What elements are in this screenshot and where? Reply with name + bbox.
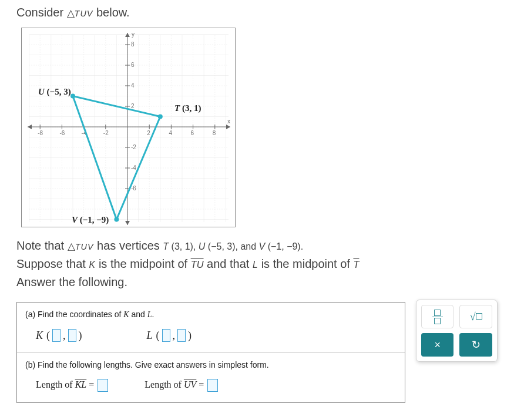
answer-form: (a) Find the coordinates of K and L. K (… xyxy=(16,302,405,403)
segment-TV: T xyxy=(353,259,359,270)
intro-text: Consider △TUV below. xyxy=(16,6,498,19)
length-KL: Length of KL = xyxy=(36,379,109,392)
point-label-T: T (3, 1) xyxy=(174,103,201,113)
problem-text: Note that △TUV has vertices T (3, 1), U … xyxy=(16,237,498,291)
svg-point-77 xyxy=(114,217,119,222)
triangle-label: TUV xyxy=(75,9,93,18)
svg-text:-8: -8 xyxy=(38,130,43,136)
svg-text:4: 4 xyxy=(169,130,172,136)
svg-text:2: 2 xyxy=(131,103,135,109)
close-icon: × xyxy=(434,339,441,351)
svg-text:6: 6 xyxy=(131,62,135,68)
svg-marker-58 xyxy=(125,221,130,225)
svg-marker-55 xyxy=(226,125,230,129)
input-length-KL[interactable] xyxy=(98,379,108,392)
svg-marker-56 xyxy=(28,125,32,129)
svg-text:-2: -2 xyxy=(103,130,109,136)
svg-text:-6: -6 xyxy=(59,130,65,136)
label-K: K xyxy=(36,330,43,342)
point-label-V: V (−1, −9) xyxy=(72,215,109,225)
x-axis-label: x xyxy=(227,118,230,125)
svg-marker-57 xyxy=(125,33,130,37)
svg-text:-6: -6 xyxy=(131,185,136,191)
segment-TU: TU xyxy=(191,259,204,270)
svg-point-76 xyxy=(70,94,75,99)
length-UV: Length of UV = xyxy=(145,379,219,392)
input-L-y[interactable] xyxy=(177,329,186,342)
svg-text:-2: -2 xyxy=(131,144,136,150)
reset-icon: ↺ xyxy=(472,338,481,351)
input-length-UV[interactable] xyxy=(207,379,218,392)
part-a-prompt: (a) Find the coordinates of K and L. xyxy=(25,310,397,320)
tool-palette: √ × ↺ xyxy=(416,300,498,362)
label-L: L xyxy=(147,330,153,342)
svg-text:2: 2 xyxy=(147,130,150,136)
coord-input-L: L (,) xyxy=(147,329,192,342)
svg-text:6: 6 xyxy=(191,130,194,136)
fraction-icon xyxy=(432,310,443,324)
y-axis-label: y xyxy=(132,31,135,38)
input-L-x[interactable] xyxy=(162,329,170,342)
triangle-symbol: △ xyxy=(67,8,75,19)
part-a: (a) Find the coordinates of K and L. K (… xyxy=(17,303,405,353)
fraction-button[interactable] xyxy=(421,305,454,328)
reset-button[interactable]: ↺ xyxy=(459,333,492,357)
svg-text:-4: -4 xyxy=(131,164,136,171)
coord-input-K: K (,) xyxy=(36,329,82,342)
part-b-prompt: (b) Find the following lengths. Give exa… xyxy=(25,360,397,369)
input-K-y[interactable] xyxy=(68,329,76,342)
coordinate-graph: y x -8-6-4-22468-6-4-22468 U (−5, 3) T (… xyxy=(21,28,236,227)
part-b: (b) Find the following lengths. Give exa… xyxy=(17,353,405,402)
svg-text:8: 8 xyxy=(131,41,135,48)
point-label-U: U (−5, 3) xyxy=(38,87,71,97)
sqrt-button[interactable]: √ xyxy=(459,305,492,328)
close-button[interactable]: × xyxy=(421,333,454,357)
svg-point-75 xyxy=(158,115,163,119)
sqrt-icon: √ xyxy=(470,311,482,323)
svg-text:8: 8 xyxy=(213,130,216,136)
input-K-x[interactable] xyxy=(52,329,61,342)
svg-text:4: 4 xyxy=(131,82,135,89)
